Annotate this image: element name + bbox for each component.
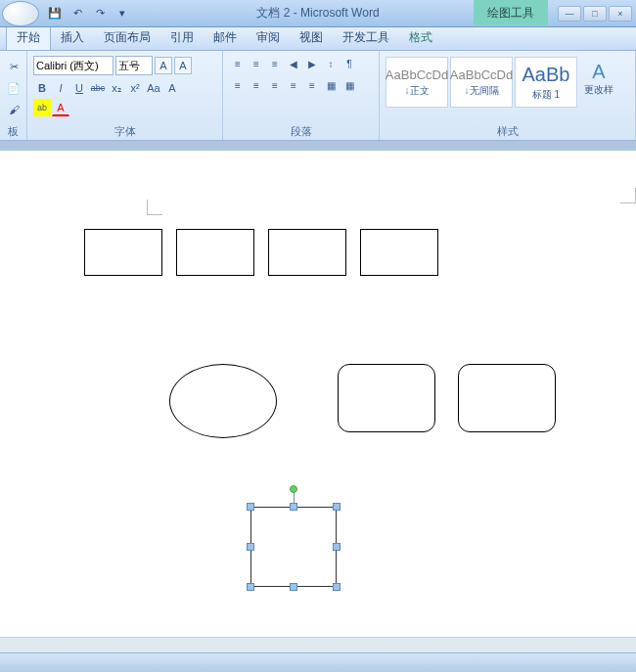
bold-button[interactable]: B: [33, 79, 51, 97]
qat-more-button[interactable]: ▾: [113, 4, 132, 23]
redo-button[interactable]: ↷: [90, 4, 110, 23]
bullets-button[interactable]: ≡: [229, 55, 247, 72]
shape-rectangle[interactable]: [84, 229, 162, 276]
quick-access-toolbar: 💾 ↶ ↷ ▾: [45, 4, 132, 23]
align-justify-button[interactable]: ≡: [285, 76, 302, 94]
highlight-button[interactable]: ab: [33, 99, 51, 116]
tab-home[interactable]: 开始: [6, 24, 51, 50]
resize-handle-bl[interactable]: [247, 583, 254, 591]
maximize-button[interactable]: □: [583, 6, 607, 22]
group-label-paragraph: 段落: [223, 124, 379, 139]
clear-format-button[interactable]: A: [163, 79, 181, 97]
superscript-button[interactable]: x²: [126, 79, 144, 97]
shape-body[interactable]: [250, 507, 337, 587]
tab-review[interactable]: 审阅: [247, 25, 290, 50]
grow-font-button[interactable]: A: [155, 57, 172, 74]
tab-insert[interactable]: 插入: [51, 25, 94, 50]
document-canvas[interactable]: Baidu 经验: [0, 151, 636, 662]
shape-rectangle[interactable]: [268, 229, 346, 276]
tab-mailings[interactable]: 邮件: [204, 25, 247, 50]
cut-button[interactable]: ✂: [4, 57, 23, 76]
numbering-button[interactable]: ≡: [248, 55, 265, 72]
save-button[interactable]: 💾: [45, 4, 65, 23]
tab-view[interactable]: 视图: [290, 25, 333, 50]
style-label: 标题 1: [532, 88, 560, 102]
strike-button[interactable]: abc: [89, 79, 107, 97]
office-button[interactable]: [2, 1, 39, 26]
ribbon: ✂ 📄 🖌 板 Calibri (西文) 五号 A A B I U abc x₂…: [0, 51, 636, 141]
subscript-button[interactable]: x₂: [108, 79, 125, 97]
multilevel-button[interactable]: ≡: [266, 55, 284, 72]
resize-handle-t[interactable]: [290, 503, 297, 511]
group-label-font: 字体: [27, 124, 222, 139]
tab-layout[interactable]: 页面布局: [94, 25, 160, 50]
tab-format[interactable]: 格式: [399, 25, 442, 50]
change-styles-icon: A: [592, 61, 605, 83]
italic-button[interactable]: I: [52, 79, 69, 97]
rotation-handle[interactable]: [290, 485, 297, 493]
format-painter-button[interactable]: 🖌: [4, 100, 23, 119]
shading-button[interactable]: ▦: [322, 76, 340, 94]
ruler-area: [0, 141, 636, 151]
style-label: ↓无间隔: [465, 84, 499, 98]
dedent-button[interactable]: ◀: [285, 55, 302, 72]
tab-developer[interactable]: 开发工具: [333, 25, 399, 50]
align-right-button[interactable]: ≡: [266, 76, 284, 94]
minimize-button[interactable]: —: [558, 6, 581, 22]
group-styles: AaBbCcDd ↓正文 AaBbCcDd ↓无间隔 AaBb 标题 1 A 更…: [380, 51, 636, 140]
shape-rounded-rectangle[interactable]: [458, 364, 556, 432]
window-controls: — □ ×: [558, 6, 632, 22]
resize-handle-tl[interactable]: [247, 503, 254, 511]
context-tab-drawing[interactable]: 绘图工具: [474, 0, 548, 25]
style-preview: AaBbCcDd: [386, 67, 448, 82]
group-font: Calibri (西文) 五号 A A B I U abc x₂ x² Aa A…: [27, 51, 223, 140]
align-center-button[interactable]: ≡: [248, 76, 265, 94]
shape-ellipse[interactable]: [169, 364, 277, 438]
tab-references[interactable]: 引用: [160, 25, 204, 50]
style-label: ↓正文: [405, 84, 430, 98]
ribbon-tabs: 开始 插入 页面布局 引用 邮件 审阅 视图 开发工具 格式: [0, 27, 636, 51]
status-bar: [0, 652, 636, 672]
font-size-select[interactable]: 五号: [115, 56, 153, 75]
border-button[interactable]: ▦: [341, 76, 358, 94]
change-styles-label: 更改样: [584, 83, 613, 97]
shape-rounded-rectangle[interactable]: [338, 364, 435, 432]
margin-corner-tl: [147, 200, 162, 215]
resize-handle-l[interactable]: [247, 543, 254, 551]
horizontal-scrollbar[interactable]: [0, 637, 636, 652]
group-label-styles: 样式: [380, 124, 635, 139]
marks-button[interactable]: ¶: [341, 55, 358, 72]
align-left-button[interactable]: ≡: [229, 76, 247, 94]
style-preview: AaBbCcDd: [450, 67, 513, 82]
shape-rectangle[interactable]: [360, 229, 438, 276]
group-label-clipboard: 板: [0, 124, 26, 139]
change-styles-button[interactable]: A 更改样: [579, 57, 618, 108]
resize-handle-br[interactable]: [333, 583, 341, 591]
group-paragraph: ≡ ≡ ≡ ◀ ▶ ↕ ¶ ≡ ≡ ≡ ≡ ≡ ▦ ▦ 段落: [223, 51, 380, 140]
close-button[interactable]: ×: [609, 6, 632, 22]
group-clipboard: ✂ 📄 🖌 板: [0, 51, 27, 140]
margin-corner-tr: [620, 188, 636, 203]
change-case-button[interactable]: Aa: [145, 79, 162, 97]
resize-handle-r[interactable]: [333, 543, 341, 551]
resize-handle-b[interactable]: [290, 583, 297, 591]
title-bar: 💾 ↶ ↷ ▾ 文档 2 - Microsoft Word 绘图工具 — □ ×: [0, 0, 636, 27]
font-color-button[interactable]: A: [52, 99, 69, 116]
font-name-select[interactable]: Calibri (西文): [33, 56, 114, 75]
shape-rectangle[interactable]: [176, 229, 254, 276]
style-preview: AaBb: [522, 64, 570, 86]
selected-shape-rectangle[interactable]: [245, 501, 342, 593]
indent-button[interactable]: ▶: [303, 55, 321, 72]
shrink-font-button[interactable]: A: [174, 57, 192, 74]
copy-button[interactable]: 📄: [4, 78, 23, 98]
undo-button[interactable]: ↶: [68, 4, 87, 23]
line-spacing-button[interactable]: ≡: [303, 76, 321, 94]
sort-button[interactable]: ↕: [322, 55, 340, 72]
style-normal[interactable]: AaBbCcDd ↓正文: [386, 57, 448, 108]
style-heading1[interactable]: AaBb 标题 1: [515, 57, 577, 108]
resize-handle-tr[interactable]: [333, 503, 341, 511]
underline-button[interactable]: U: [70, 79, 88, 97]
style-nospacing[interactable]: AaBbCcDd ↓无间隔: [450, 57, 513, 108]
window-title: 文档 2 - Microsoft Word: [256, 5, 379, 22]
